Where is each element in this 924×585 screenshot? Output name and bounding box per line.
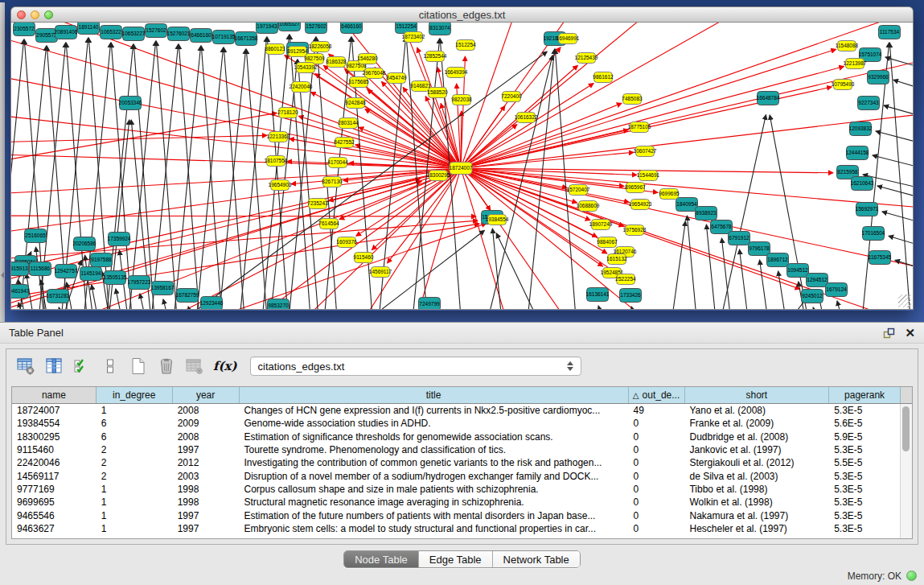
graph-node-label: 19654923 [629,201,652,207]
table-row[interactable]: 911546021997Tourette syndrome. Phenomeno… [12,443,901,456]
graph-node-label: 1115686 [31,266,51,271]
header-corner [901,387,912,403]
table-row[interactable]: 977716911998Corpus callosum shape and si… [12,483,901,496]
delete-entries-icon[interactable] [155,355,178,377]
graph-node-label: 15720407 [567,187,590,192]
cell-title: Investigating the contribution of common… [240,457,629,468]
table-selector-dropdown[interactable]: citations_edges.txt [250,356,581,376]
function-builder-icon[interactable]: f(x) [213,359,237,373]
graph-node-label: 12923446 [200,300,224,306]
cell-year: 1997 [173,444,240,455]
network-window-titlebar[interactable]: citations_edges.txt [10,6,914,23]
table-row[interactable]: 1938455462009Genome-wide association stu… [12,417,901,430]
graph-node-label: 1733426 [620,292,641,298]
graph-node-label: 6466160 [191,32,211,38]
minimize-traffic-light[interactable] [31,10,39,19]
graph-node-label: 18226058 [309,43,332,49]
node-table: namein_degreeyeartitle△out_de...shortpag… [11,386,913,539]
graph-node-label: 1679124 [826,286,847,292]
graph-node-label: 13505135 [104,274,127,280]
tab-node-table[interactable]: Node Table [344,551,419,567]
cell-out-de-: 0 [629,496,685,508]
graph-node-label: 16649394 [445,69,468,75]
graph-node-label: 9329966 [868,74,889,80]
tab-network-table[interactable]: Network Table [493,551,580,567]
table-panel: Table Panel ✕ [0,322,924,585]
show-columns-icon[interactable] [43,355,65,377]
cell-out-de-: 0 [629,471,685,482]
graph-node-label: 1065327 [279,23,300,27]
panel-collapse-arrow-icon[interactable] [1,272,4,278]
vertical-scrollbar[interactable] [900,404,912,538]
table-body: 1872400712008Changes of HCN gene express… [12,404,901,538]
graph-node-label: 17957223 [128,279,151,285]
table-row[interactable]: 969969511998Structural magnetic resonanc… [12,496,901,509]
cell-pagerank: 5.9E-5 [829,431,901,443]
create-table-icon[interactable] [127,355,150,377]
column-header-pagerank[interactable]: pagerank [829,387,901,403]
memory-status-label: Memory: OK [848,571,901,582]
cell-year: 1997 [173,523,240,534]
graph-node-label: 10795493 [832,81,855,87]
graph-node-label: 2718120 [277,109,298,115]
column-header-in-degree[interactable]: in_degree [97,387,173,403]
destroy-table-icon[interactable] [183,355,206,377]
graph-node-label: 9699695 [659,191,680,196]
graph-node-label: 9115460 [354,254,374,260]
table-panel-title: Table Panel [9,327,64,339]
table-row[interactable]: 946554611997Estimation of the future num… [12,509,901,521]
window-resize-grip[interactable] [898,295,911,307]
graph-node-label: 16782759 [176,292,199,298]
cell-pagerank: 5.3E-5 [829,405,901,416]
graph-node-label: 1094512 [787,267,808,273]
cell-title: Embryonic stem cells: a model to study s… [240,523,629,534]
close-traffic-light[interactable] [17,10,26,19]
column-header-name[interactable]: name [12,387,97,403]
network-canvas[interactable]: 2305572290557220891406189114010653221065… [10,23,914,310]
tab-edge-table[interactable]: Edge Table [419,551,493,567]
column-label: short [745,389,767,401]
select-rows-icon[interactable] [71,355,93,377]
graph-node-label: 11548088 [836,43,859,48]
cell-name: 9777169 [12,484,97,495]
graph-node-label: 15751074 [859,51,882,57]
graph-node-label: 1588520 [427,89,448,95]
float-panel-icon[interactable] [883,328,895,339]
column-header-short[interactable]: short [685,387,830,403]
table-settings-icon[interactable] [14,355,37,377]
cell-name: 18300295 [12,431,97,443]
close-panel-icon[interactable]: ✕ [905,327,915,339]
column-label: pagerank [844,389,885,401]
graph-node-label: 8267130 [322,179,343,184]
cell-in-degree: 6 [97,431,173,443]
graph-node-label: 8454749 [386,75,407,80]
network-svg[interactable]: 2305572290557220891406189114010653221065… [11,23,913,309]
scrollbar-thumb[interactable] [902,406,910,451]
cell-year: 2008 [173,431,240,443]
table-row[interactable]: 1456911722003Disruption of a novel membe… [12,469,901,482]
column-header-out-de-[interactable]: △out_de... [629,387,685,403]
graph-node-label: 18300295 [427,172,450,178]
cell-title: Disruption of a novel member of a sodium… [240,471,629,482]
graph-node-label: 7614564 [318,220,339,226]
graph-node-label: 7249799 [419,301,440,307]
cell-out-de-: 0 [629,444,685,455]
graph-node-label: 9242848 [345,100,366,105]
graph-node-label: 9146821 [410,83,431,89]
table-row[interactable]: 1830029562008Estimation of significance … [12,431,901,443]
graph-node-label: 1615132 [606,256,627,262]
cell-out-de-: 0 [629,510,685,521]
graph-node-label: 18775105 [628,124,651,130]
cell-short: de Silva et al. (2003) [684,471,829,482]
zoom-traffic-light[interactable] [44,10,53,19]
cell-title: Structural magnetic resonance image aver… [240,496,629,508]
table-row[interactable]: 2242004622012Investigating the contribut… [12,456,901,469]
table-row[interactable]: 946362711997Embryonic stem cells: a mode… [12,522,901,535]
row-height-icon[interactable] [99,355,121,377]
column-header-title[interactable]: title [240,387,629,403]
column-header-year[interactable]: year [173,387,240,403]
graph-node-label: 20206586 [73,241,97,246]
cell-title: Tourette syndrome. Phenomenology and cla… [240,444,629,455]
table-row[interactable]: 1872400712008Changes of HCN gene express… [12,404,901,417]
cell-year: 2008 [173,405,240,416]
